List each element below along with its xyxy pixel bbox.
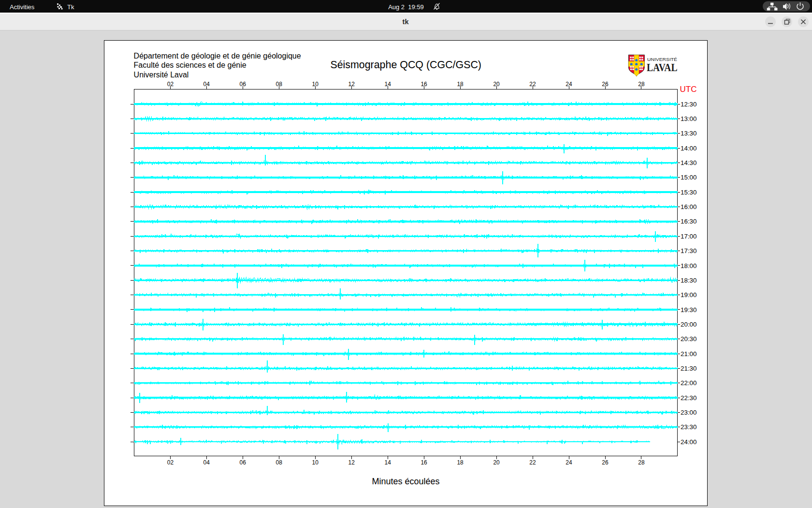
svg-text:21:00: 21:00 xyxy=(681,350,697,358)
svg-text:23:30: 23:30 xyxy=(681,423,697,431)
svg-text:08: 08 xyxy=(276,81,283,88)
svg-text:Faculté des sciences et de gén: Faculté des sciences et de génie xyxy=(134,61,246,69)
svg-text:12: 12 xyxy=(348,81,355,88)
svg-text:12: 12 xyxy=(348,459,355,466)
svg-text:20: 20 xyxy=(493,459,500,466)
svg-text:02: 02 xyxy=(167,81,174,88)
svg-text:Aug 2 19:59: Aug 2 19:59 xyxy=(388,3,424,11)
svg-text:20:00: 20:00 xyxy=(681,321,697,328)
svg-text:16: 16 xyxy=(420,81,427,88)
svg-text:17:30: 17:30 xyxy=(681,247,697,254)
svg-text:Tk: Tk xyxy=(67,3,74,11)
svg-text:08: 08 xyxy=(276,459,283,466)
svg-text:15:30: 15:30 xyxy=(681,189,697,196)
svg-text:16:00: 16:00 xyxy=(681,203,697,210)
svg-text:18: 18 xyxy=(457,459,464,466)
svg-text:14: 14 xyxy=(385,459,392,466)
svg-text:14:30: 14:30 xyxy=(681,159,697,166)
svg-text:Département de géologie et de: Département de géologie et de génie géol… xyxy=(134,52,301,60)
svg-text:20:30: 20:30 xyxy=(681,335,697,343)
svg-text:24:00: 24:00 xyxy=(681,438,697,446)
svg-text:Université Laval: Université Laval xyxy=(134,71,189,79)
svg-text:10: 10 xyxy=(312,81,319,88)
svg-text:15:00: 15:00 xyxy=(681,174,697,181)
svg-text:LAVAL: LAVAL xyxy=(647,61,678,74)
svg-text:16: 16 xyxy=(420,459,427,466)
svg-text:14: 14 xyxy=(385,81,392,88)
svg-text:22: 22 xyxy=(529,81,536,88)
svg-text:23:00: 23:00 xyxy=(681,409,697,416)
svg-text:10: 10 xyxy=(312,459,319,466)
svg-text:22:00: 22:00 xyxy=(681,379,697,387)
svg-text:UTC: UTC xyxy=(680,85,697,94)
svg-text:02: 02 xyxy=(167,459,174,466)
svg-text:19:30: 19:30 xyxy=(681,306,697,314)
svg-text:13:30: 13:30 xyxy=(681,130,697,137)
svg-text:28: 28 xyxy=(638,459,645,466)
svg-text:24: 24 xyxy=(566,459,572,466)
svg-text:18:00: 18:00 xyxy=(681,262,697,269)
svg-text:06: 06 xyxy=(240,459,246,466)
svg-text:24: 24 xyxy=(566,81,572,88)
svg-text:20: 20 xyxy=(493,81,500,88)
svg-text:22:30: 22:30 xyxy=(681,394,697,402)
svg-text:21:30: 21:30 xyxy=(681,365,697,372)
svg-text:17:00: 17:00 xyxy=(681,233,697,240)
svg-text:26: 26 xyxy=(602,81,609,88)
svg-text:28: 28 xyxy=(638,81,645,88)
svg-text:Séismographe QCQ (CGC/GSC): Séismographe QCQ (CGC/GSC) xyxy=(330,59,481,71)
svg-text:12:30: 12:30 xyxy=(681,101,697,108)
svg-text:Minutes écoulées: Minutes écoulées xyxy=(372,477,439,486)
svg-text:26: 26 xyxy=(602,459,609,466)
svg-text:22: 22 xyxy=(529,459,536,466)
svg-text:19:00: 19:00 xyxy=(681,291,697,299)
svg-text:18:30: 18:30 xyxy=(681,277,697,284)
svg-text:Activities: Activities xyxy=(10,3,35,11)
svg-text:16:30: 16:30 xyxy=(681,218,697,225)
svg-text:18: 18 xyxy=(457,81,464,88)
svg-text:06: 06 xyxy=(240,81,246,88)
svg-text:04: 04 xyxy=(203,81,210,88)
svg-text:tk: tk xyxy=(403,18,409,26)
svg-text:04: 04 xyxy=(203,459,210,466)
svg-text:13:00: 13:00 xyxy=(681,115,697,122)
svg-text:14:00: 14:00 xyxy=(681,145,697,152)
